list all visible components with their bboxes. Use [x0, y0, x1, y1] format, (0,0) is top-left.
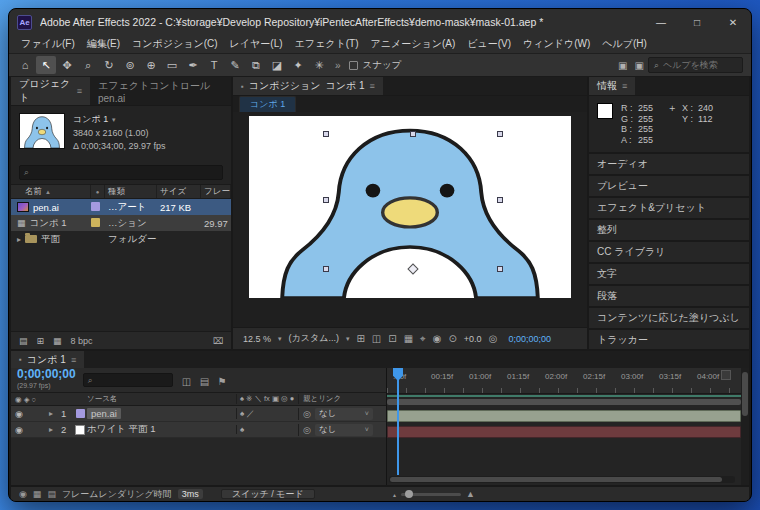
graph-editor-icon[interactable]: ⚑	[218, 376, 227, 387]
zoom-in-icon[interactable]: ▲	[466, 489, 475, 499]
expander-icon[interactable]: ▸	[49, 409, 53, 418]
composition-mini-flowchart-icon[interactable]: ◫	[182, 376, 191, 387]
col-name[interactable]: 名前	[25, 186, 42, 198]
col-label-icon[interactable]: ●	[96, 189, 100, 195]
puppet-tool-icon[interactable]: ✳	[309, 56, 329, 74]
col-fps[interactable]: フレー	[201, 185, 231, 198]
label-color-chip[interactable]	[91, 202, 100, 211]
menu-view[interactable]: ビュー(V)	[461, 37, 517, 51]
menu-animation[interactable]: アニメーション(A)	[364, 37, 461, 51]
minimize-button[interactable]: —	[643, 9, 679, 35]
layer-switches-icon[interactable]: ♠	[236, 425, 298, 434]
parent-dropdown[interactable]: なし ˅	[315, 424, 373, 436]
viewer-comp-tab[interactable]: コンポ 1	[239, 96, 296, 112]
horizontal-scrollbar[interactable]	[389, 476, 735, 483]
rotation-tool-icon[interactable]: ↻	[99, 56, 119, 74]
layer-bar-white-solid[interactable]	[387, 426, 741, 438]
clone-stamp-tool-icon[interactable]: ⧉	[246, 56, 266, 74]
panel-paragraph[interactable]: 段落	[589, 286, 749, 306]
footage-thumbnail[interactable]	[19, 113, 65, 149]
project-row-solids-folder[interactable]: ▸ 平面 フォルダー	[11, 231, 231, 247]
tab-project[interactable]: プロジェクト ≡	[11, 77, 90, 105]
maximize-button[interactable]: □	[679, 9, 715, 35]
composition-viewer[interactable]	[233, 112, 587, 327]
timeline-column-header[interactable]: ◉ ◈ ○ ソース名 ♠ ※ ＼ fx ▣ ◎ ● 親とリンク	[11, 392, 386, 406]
label-color-chip[interactable]	[91, 218, 100, 227]
resolution-select[interactable]: (カスタム...)	[289, 332, 339, 345]
layer-switches-icon[interactable]: ♠ ／	[236, 408, 298, 419]
panel-preview[interactable]: プレビュー	[589, 176, 749, 196]
roto-brush-tool-icon[interactable]: ✦	[288, 56, 308, 74]
vertical-scrollbar[interactable]	[741, 368, 749, 485]
zoom-slider-handle[interactable]	[405, 490, 413, 498]
toolbar-overflow-icon[interactable]: »	[335, 60, 341, 71]
project-search-field[interactable]: ⌕	[19, 165, 223, 180]
timeline-zoom-control[interactable]: ▴ ▲	[393, 487, 475, 501]
menu-layer[interactable]: レイヤー(L)	[224, 37, 289, 51]
help-search[interactable]: ⌕	[648, 57, 743, 73]
project-row-pen-ai[interactable]: pen.ai …アート 217 KB	[11, 199, 231, 215]
workspace-icon[interactable]: ▣	[618, 60, 627, 71]
work-area-bar[interactable]	[387, 399, 741, 405]
color-depth-badge[interactable]: 8 bpc	[71, 336, 93, 346]
snap-checkbox[interactable]	[349, 61, 358, 70]
comp-marker-bin[interactable]	[721, 370, 731, 380]
parent-link-header[interactable]: 親とリンク	[298, 394, 386, 404]
exposure-icon[interactable]: ⊙	[448, 333, 456, 344]
workspace-bar-icon[interactable]: ▣	[635, 60, 644, 71]
menu-file[interactable]: ファイル(F)	[15, 37, 81, 51]
grid-guides-icon[interactable]: ⊞	[356, 333, 364, 344]
interpret-footage-icon[interactable]: ▤	[19, 336, 28, 346]
zoom-tool-icon[interactable]: ⌕	[78, 56, 98, 74]
selection-handle[interactable]	[497, 131, 503, 137]
menu-edit[interactable]: 編集(E)	[81, 37, 126, 51]
panel-content-aware-fill[interactable]: コンテンツに応じた塗りつぶし	[589, 308, 749, 328]
eye-icon[interactable]: ◉	[15, 409, 23, 419]
selection-handle[interactable]	[323, 131, 329, 137]
source-name-header[interactable]: ソース名	[87, 394, 236, 404]
pan-behind-tool-icon[interactable]: ⊕	[141, 56, 161, 74]
layer-row-pen-ai[interactable]: ◉ ▸ 1 pen.ai ♠ ／ ◎ なし ˅	[11, 406, 386, 422]
col-size[interactable]: サイズ	[157, 185, 201, 198]
zoom-select[interactable]: 12.5 %	[243, 334, 271, 344]
type-tool-icon[interactable]: T	[204, 56, 224, 74]
menu-effect[interactable]: エフェクト(T)	[289, 37, 365, 51]
panel-align[interactable]: 整列	[589, 220, 749, 240]
zoom-out-icon[interactable]: ▴	[393, 491, 396, 498]
switches-modes-button[interactable]: スイッチ / モード	[221, 489, 315, 499]
region-of-interest-icon[interactable]: ⊡	[388, 333, 396, 344]
layer-name[interactable]: ホワイト 平面 1	[87, 423, 236, 436]
panel-cc-libraries[interactable]: CC ライブラリ	[589, 242, 749, 262]
selection-tool-icon[interactable]: ↖	[36, 56, 56, 74]
label-color-chip[interactable]	[76, 409, 85, 418]
layer-bar-pen-ai[interactable]	[387, 410, 741, 422]
panel-menu-icon[interactable]: ≡	[370, 81, 375, 91]
draft-3d-icon[interactable]: ▤	[200, 376, 209, 387]
time-ruler[interactable]: :00f 00:15f 01:00f 01:15f 02:00f 02:15f …	[387, 368, 741, 394]
home-tool-icon[interactable]: ⌂	[15, 56, 35, 74]
transparency-grid-icon[interactable]: ▦	[404, 333, 413, 344]
camera-tool-icon[interactable]: ⊚	[120, 56, 140, 74]
titlebar[interactable]: Ae Adobe After Effects 2022 - C:¥storage…	[9, 9, 751, 35]
panel-tracker[interactable]: トラッカー	[589, 330, 749, 349]
selection-handle[interactable]	[323, 197, 329, 203]
current-timecode[interactable]: 0;00;00;00	[17, 369, 76, 380]
layer-name[interactable]: pen.ai	[87, 408, 121, 419]
expander-icon[interactable]: ▸	[17, 235, 21, 244]
tab-timeline-comp-1[interactable]: ▪ コンポ 1 ≡	[11, 351, 84, 368]
close-button[interactable]: ✕	[715, 9, 751, 35]
panel-audio[interactable]: オーディオ	[589, 154, 749, 174]
comp-caret-icon[interactable]: ▼	[111, 117, 117, 123]
panel-character[interactable]: 文字	[589, 264, 749, 284]
trash-icon[interactable]: ⌧	[213, 336, 223, 346]
project-row-comp-1[interactable]: ▦ コンポ 1 …ション 29.97	[11, 215, 231, 231]
selection-handle[interactable]	[410, 131, 416, 137]
camera-view-icon[interactable]: ⌖	[420, 333, 426, 345]
panel-effects-presets[interactable]: エフェクト&プリセット	[589, 198, 749, 218]
layer-row-white-solid[interactable]: ◉ ▸ 2 ホワイト 平面 1 ♠ ◎ なし ˅	[11, 422, 386, 438]
zoom-slider[interactable]	[401, 493, 461, 496]
menu-window[interactable]: ウィンドウ(W)	[517, 37, 596, 51]
selection-handle[interactable]	[497, 197, 503, 203]
new-composition-icon[interactable]: ▦	[53, 336, 62, 346]
tab-info[interactable]: 情報 ≡	[589, 77, 635, 95]
